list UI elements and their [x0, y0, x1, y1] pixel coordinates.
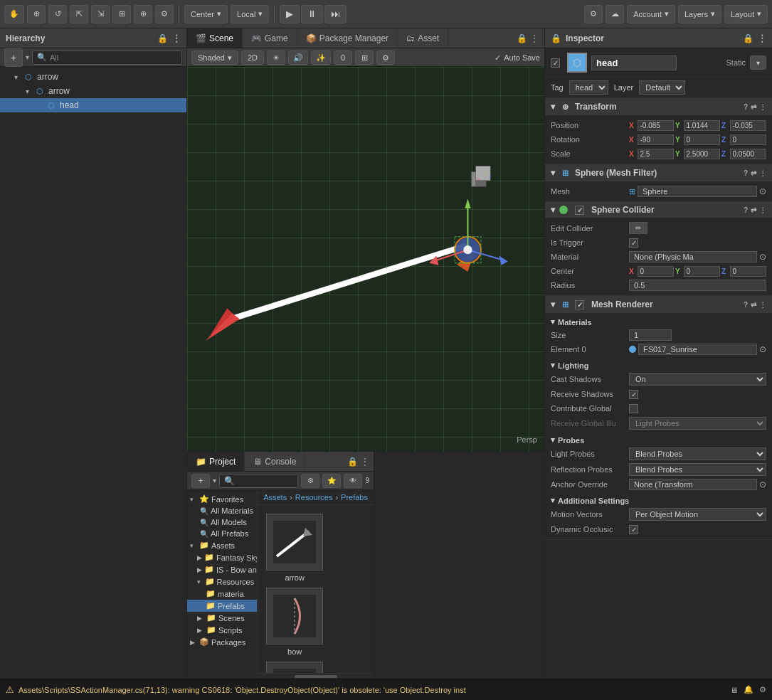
- materia-folder[interactable]: 📁 materia: [187, 588, 257, 600]
- mode-dropdown[interactable]: 2D: [241, 51, 264, 65]
- tab-game[interactable]: 🎮 Game: [243, 28, 297, 48]
- scene-view[interactable]: x z y Persp: [187, 67, 544, 451]
- rot-z-input[interactable]: [730, 134, 767, 145]
- console-btn2[interactable]: 🔔: [744, 685, 754, 694]
- transform-settings[interactable]: ⇄: [751, 103, 756, 111]
- receive-shadows-checkbox[interactable]: [629, 390, 638, 399]
- hierarchy-lock[interactable]: 🔒: [157, 33, 168, 43]
- grid-button[interactable]: ⊞: [355, 51, 374, 65]
- dynamic-occlusion-checkbox[interactable]: [629, 525, 638, 534]
- sc-x-input[interactable]: [638, 149, 675, 159]
- rect-tool[interactable]: ⇲: [91, 5, 110, 23]
- packages-folder[interactable]: ▶ 📦 Packages: [187, 636, 257, 648]
- layers-dropdown[interactable]: Layers ▾: [678, 5, 721, 23]
- inspector-menu[interactable]: ⋮: [758, 33, 766, 43]
- rot-y-input[interactable]: [684, 134, 721, 145]
- cx-input[interactable]: [638, 266, 675, 277]
- prefabs-folder[interactable]: 📁 Prefabs: [187, 600, 257, 612]
- shading-dropdown[interactable]: Shaded ▾: [191, 51, 238, 65]
- material-select-btn[interactable]: ⊙: [759, 252, 766, 262]
- static-dropdown[interactable]: ▾: [750, 55, 766, 70]
- console-btn3[interactable]: ⚙: [759, 685, 766, 694]
- breadcrumb-prefabs[interactable]: Prefabs: [341, 493, 368, 502]
- radius-input[interactable]: [629, 280, 766, 291]
- add-hierarchy-button[interactable]: +: [4, 48, 23, 67]
- resources-folder[interactable]: ▾ 📁 Resources: [187, 576, 257, 588]
- size-input[interactable]: [629, 329, 672, 341]
- hier-item-head[interactable]: ⬡ head: [0, 98, 186, 112]
- tag-dropdown[interactable]: head: [569, 80, 608, 95]
- mr-checkbox[interactable]: [575, 300, 584, 309]
- assets-folder[interactable]: ▾ 📁 Assets: [187, 539, 257, 551]
- sphere-collider-header[interactable]: ▾ Sphere Collider ? ⇄ ⋮: [545, 202, 772, 218]
- all-prefabs-item[interactable]: 🔍 All Prefabs: [187, 528, 257, 539]
- rot-x-input[interactable]: [638, 134, 675, 145]
- mr-settings[interactable]: ⇄: [751, 301, 756, 309]
- add-asset-button[interactable]: +: [191, 474, 210, 488]
- receive-global-dropdown[interactable]: Light Probes: [629, 417, 766, 430]
- hierarchy-menu[interactable]: ⋮: [172, 33, 181, 43]
- reflection-probes-dropdown[interactable]: Blend Probes: [629, 463, 766, 476]
- transform-help[interactable]: ?: [744, 103, 748, 111]
- move-tool[interactable]: ⊕: [27, 5, 46, 23]
- center-dropdown[interactable]: Center ▾: [184, 5, 228, 23]
- layout-dropdown[interactable]: Layout ▾: [724, 5, 768, 23]
- edit-collider-button[interactable]: ✏: [629, 222, 647, 234]
- mesh-input[interactable]: [638, 186, 757, 197]
- hand-tool[interactable]: ✋: [4, 5, 24, 23]
- cloud-button[interactable]: ☁: [606, 5, 624, 23]
- layer-dropdown[interactable]: Default: [639, 80, 685, 95]
- lighting-sub-header[interactable]: ▾ Lighting: [545, 359, 772, 371]
- hier-item-arrow[interactable]: ▾ ⬡ arrow: [0, 84, 186, 98]
- custom-tool[interactable]: ⊕: [134, 5, 152, 23]
- scene-lock-icon[interactable]: 🔒: [517, 33, 527, 43]
- sc-z-input[interactable]: [730, 149, 767, 159]
- filter-button[interactable]: ⚙: [301, 474, 319, 488]
- project-lock[interactable]: 🔒: [347, 457, 358, 467]
- tab-package-manager[interactable]: 📦 Package Manager: [297, 28, 398, 48]
- fx-button[interactable]: 0: [334, 51, 352, 65]
- mf-help[interactable]: ?: [744, 169, 748, 177]
- tab-scene[interactable]: 🎬 Scene: [187, 28, 243, 48]
- fantasy-skybox-folder[interactable]: ▶ 📁 Fantasy Skybox FREE: [187, 551, 257, 563]
- contribute-global-checkbox[interactable]: [629, 404, 638, 413]
- scale-tool[interactable]: ⇱: [70, 5, 88, 23]
- collider-checkbox[interactable]: [575, 206, 584, 215]
- inspector-lock[interactable]: 🔒: [743, 33, 754, 43]
- audio-button[interactable]: 🔊: [288, 51, 308, 65]
- asset-arrow[interactable]: arrow: [266, 514, 323, 582]
- effects-button[interactable]: ✨: [311, 51, 331, 65]
- mesh-select-btn[interactable]: ⊙: [759, 186, 766, 196]
- cast-shadows-dropdown[interactable]: On: [629, 373, 766, 386]
- is-trigger-checkbox[interactable]: [629, 238, 638, 248]
- collab-button[interactable]: ⚙: [584, 5, 603, 23]
- asset-target[interactable]: target: [266, 662, 323, 673]
- scrollbar-thumb[interactable]: [295, 675, 337, 678]
- mr-help[interactable]: ?: [744, 301, 748, 309]
- mesh-renderer-header[interactable]: ▾ ⊞ Mesh Renderer ? ⇄ ⋮: [545, 296, 772, 313]
- anchor-input[interactable]: [629, 479, 757, 490]
- light-probes-dropdown[interactable]: Blend Probes: [629, 447, 766, 460]
- cy-input[interactable]: [684, 266, 721, 277]
- lighting-button[interactable]: ☀: [267, 51, 285, 65]
- sc-y-input[interactable]: [684, 149, 721, 159]
- sc-settings[interactable]: ⇄: [751, 206, 756, 214]
- scenes-folder[interactable]: ▶ 📁 Scenes: [187, 612, 257, 624]
- probes-sub-header[interactable]: ▾ Probes: [545, 434, 772, 446]
- transform-tool[interactable]: ⊞: [112, 5, 131, 23]
- pause-button[interactable]: ⏸: [301, 5, 323, 23]
- motion-vectors-dropdown[interactable]: Per Object Motion: [629, 508, 766, 521]
- element0-input[interactable]: [638, 344, 757, 355]
- transform-header[interactable]: ▾ ⊕ Transform ? ⇄ ⋮: [545, 98, 772, 115]
- transform-menu[interactable]: ⋮: [759, 103, 766, 111]
- bow-arrow-folder[interactable]: ▶ 📁 IS - Bow and arrow: [187, 563, 257, 576]
- gizmos-button[interactable]: ⚙: [376, 51, 395, 65]
- favorites-folder[interactable]: ▾ ⭐ Favorites: [187, 493, 257, 505]
- pos-x-input[interactable]: [638, 120, 675, 131]
- play-button[interactable]: ▶: [280, 5, 300, 23]
- pos-y-input[interactable]: [684, 120, 721, 131]
- asset-bow[interactable]: bow: [266, 588, 323, 656]
- element0-select-btn[interactable]: ⊙: [759, 344, 766, 354]
- console-btn1[interactable]: 🖥: [730, 686, 738, 694]
- mf-menu[interactable]: ⋮: [759, 169, 766, 177]
